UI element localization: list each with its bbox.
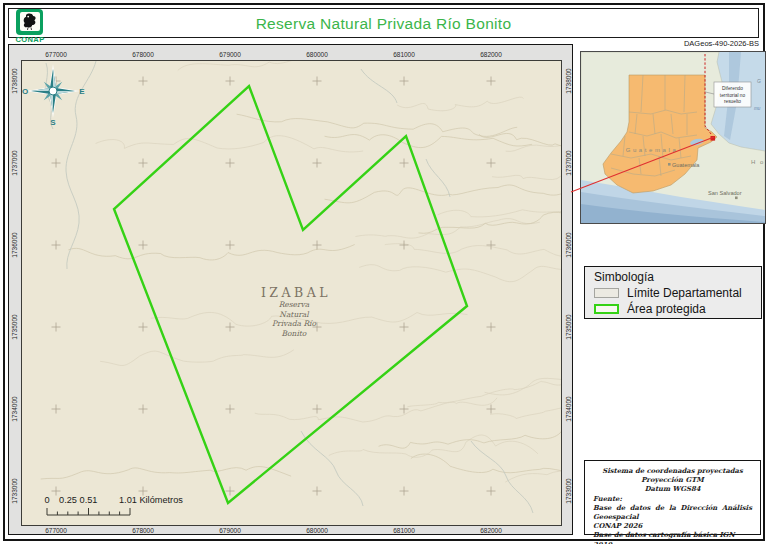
grid-coordinate-label: 1738000 xyxy=(565,68,572,93)
inset-sea-label-fragment: G xyxy=(757,78,761,84)
contour-line xyxy=(236,114,517,136)
inset-locator-map: Diferendo territorial no resuelto Guatem… xyxy=(580,51,766,224)
legend-item-label: Límite Departamental xyxy=(627,286,742,300)
contour-line xyxy=(324,134,532,147)
source-line: Base de datos cartografía básica IGN 201… xyxy=(593,531,752,544)
inset-capital-label: Guatemala xyxy=(672,162,700,168)
grid-coordinate-label: 1733000 xyxy=(565,478,572,503)
header-bar: Reserva Natural Privada Río Bonito xyxy=(8,8,759,38)
grid-coordinate-label: 1734000 xyxy=(565,396,572,421)
inset-city-label: San Salvador xyxy=(708,190,742,196)
contour-line xyxy=(355,218,539,238)
reserve-label-line: Natural xyxy=(279,309,309,318)
grid-coordinate-label: 1736000 xyxy=(565,232,572,257)
contour-line xyxy=(359,264,562,281)
legend-item-label: Área protegida xyxy=(627,302,706,316)
grid-coordinate-label: 679000 xyxy=(219,527,241,534)
grid-coordinate-label: 1738000 xyxy=(11,68,18,93)
conap-logo xyxy=(16,9,43,35)
crs-datum: Datum WGS84 xyxy=(593,485,752,494)
grid-coordinate-label: 677000 xyxy=(45,50,67,57)
compass-north-label: N xyxy=(50,61,56,63)
contour-line xyxy=(177,61,402,70)
contour-line xyxy=(384,243,561,255)
grid-coordinate-label: 680000 xyxy=(306,50,328,57)
protected-area-swatch xyxy=(594,304,619,314)
grid-coordinate-label: 680000 xyxy=(306,527,328,534)
inset-country-label: Guatemala xyxy=(626,147,679,153)
inset-neighbor-label: H o xyxy=(751,159,765,165)
grid-coordinate-label: 1735000 xyxy=(11,314,18,339)
capital-city-marker xyxy=(668,163,671,166)
grid-coordinate-label: 681000 xyxy=(393,50,415,57)
scale-tick-label: 0.25 xyxy=(59,495,77,505)
contour-line xyxy=(95,135,363,151)
reserve-label-line: Privada Río xyxy=(272,319,316,328)
contour-line xyxy=(410,454,561,473)
crs-projection: Proyección GTM xyxy=(593,476,752,485)
scale-end-label: 1.01 Kilómetros xyxy=(119,495,183,505)
dispute-note-line: Diferendo xyxy=(722,86,743,91)
contour-line xyxy=(254,397,496,421)
contour-line xyxy=(397,97,523,111)
contour-line xyxy=(505,465,562,482)
san-salvador-marker xyxy=(735,197,738,200)
grid-coordinate-label: 1734000 xyxy=(11,396,18,421)
terrain-contours xyxy=(40,61,561,482)
quetzal-icon xyxy=(20,12,40,31)
grid-coordinate-label: 682000 xyxy=(480,527,502,534)
compass-west-label: O xyxy=(22,87,28,96)
legend-box: Simbología Límite Departamental Área pro… xyxy=(584,266,762,319)
grid-coordinate-label: 1737000 xyxy=(11,150,18,175)
grid-coordinate-label: 682000 xyxy=(480,50,502,57)
reserve-label-line: Reserva xyxy=(278,300,309,309)
departmental-limit-swatch xyxy=(594,288,619,298)
contour-line xyxy=(437,208,561,218)
contour-line xyxy=(492,175,562,183)
grid-coordinate-label: 1735000 xyxy=(565,314,572,339)
map-drawing: IZABAL Reserva Natural Privada Río Bonit… xyxy=(22,61,562,526)
grid-coordinate-label: 681000 xyxy=(393,527,415,534)
compass-east-label: E xyxy=(79,87,85,96)
map-frame: 6770006770006780006780006790006790006800… xyxy=(8,44,574,535)
reserve-location-marker xyxy=(711,136,716,141)
compass-south-label: S xyxy=(50,118,56,127)
reserve-label-line: Bonito xyxy=(281,328,306,337)
source-line: CONAP 2026 xyxy=(593,522,752,531)
source-heading: Fuente: xyxy=(593,495,752,504)
map-sheet-page: Reserva Natural Privada Río Bonito CONAP… xyxy=(0,0,768,544)
contour-line xyxy=(100,349,294,365)
crs-title: Sistema de coordenadas proyectadas xyxy=(593,467,752,476)
contour-line xyxy=(68,244,354,259)
source-line: Base de datos de la Dirección Análisis G… xyxy=(593,504,752,522)
credits-box: Sistema de coordenadas proyectadas Proye… xyxy=(584,460,761,535)
scale-tick-label: 0.51 xyxy=(79,495,97,505)
inset-sea-label-fragment: mu xyxy=(754,106,761,111)
legend-title: Simbología xyxy=(594,270,654,284)
grid-coordinate-label: 679000 xyxy=(219,50,241,57)
department-label: IZABAL xyxy=(260,285,330,300)
conap-logo-text: CONAP xyxy=(12,35,48,44)
grid-coordinate-label: 677000 xyxy=(45,527,67,534)
contour-line xyxy=(490,397,562,418)
contour-line xyxy=(505,136,561,151)
dispute-note-line: territorial no xyxy=(720,93,746,98)
grid-coordinate-label: 678000 xyxy=(132,527,154,534)
grid-coordinate-label: 678000 xyxy=(132,50,154,57)
contour-line xyxy=(324,184,562,202)
scale-tick-label: 0 xyxy=(44,495,49,505)
grid-coordinate-label: 1736000 xyxy=(11,232,18,257)
map-canvas: IZABAL Reserva Natural Privada Río Bonit… xyxy=(21,60,562,526)
dispute-note-line: resuelto xyxy=(724,99,741,104)
contour-line xyxy=(40,466,290,478)
contour-line xyxy=(328,434,537,456)
grid-coordinate-label: 1733000 xyxy=(11,478,18,503)
scale-bar: 0 0.25 0.51 1.01 Kilómetros xyxy=(44,495,183,515)
grid-coordinate-label: 1737000 xyxy=(565,150,572,175)
page-title: Reserva Natural Privada Río Bonito xyxy=(9,15,758,33)
